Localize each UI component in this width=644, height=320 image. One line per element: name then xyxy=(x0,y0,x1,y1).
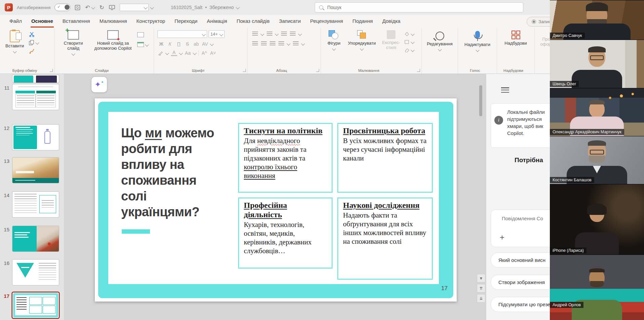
thumbnail-slide-11[interactable] xyxy=(12,84,59,110)
thumbnail-slide-15[interactable] xyxy=(12,226,59,252)
start-slideshow-icon[interactable] xyxy=(109,5,115,10)
text-shadow-button[interactable]: ab xyxy=(193,41,199,47)
shape-fill-icon[interactable] xyxy=(404,32,410,36)
numbering-chevron-icon[interactable] xyxy=(275,32,278,36)
tab-help[interactable]: Довідка xyxy=(378,15,405,28)
paste-button[interactable]: Вставити xyxy=(5,28,24,54)
search-input[interactable] xyxy=(327,4,462,10)
drawing-dialog-launcher-icon[interactable] xyxy=(417,69,420,72)
dictate-button[interactable]: Надиктувати xyxy=(458,28,497,51)
participant-tile[interactable]: Швець Олег xyxy=(550,40,644,88)
slide-box-scientific-research[interactable]: Наукові дослідження Надають факти та обґ… xyxy=(337,197,433,280)
shape-fill-chevron-icon[interactable] xyxy=(411,32,414,36)
columns-chevron-icon[interactable] xyxy=(287,42,290,45)
thumbnail-slide-13[interactable] xyxy=(12,157,59,183)
layout-chevron-icon[interactable] xyxy=(145,43,149,46)
redo-button[interactable]: ↻ xyxy=(99,4,104,11)
tab-insert[interactable]: Вставлення xyxy=(58,15,95,28)
underline-button[interactable]: П xyxy=(176,41,182,47)
shape-outline-chevron-icon[interactable] xyxy=(411,40,414,44)
eraser-icon[interactable] xyxy=(404,48,410,52)
thumbnail-slide-10-partial[interactable] xyxy=(12,75,59,83)
text-direction-icon[interactable] xyxy=(293,41,299,46)
previous-slide-button[interactable]: ⇈ xyxy=(477,284,485,292)
copy-chevron-icon[interactable] xyxy=(35,41,39,44)
align-right-icon[interactable] xyxy=(270,41,275,46)
next-slide-button[interactable]: ⇊ xyxy=(477,294,485,303)
participant-tile[interactable]: Андрей Орлов xyxy=(550,255,644,320)
menu-hamburger-icon[interactable] xyxy=(501,87,509,93)
addins-button[interactable]: Надбудови xyxy=(497,28,534,46)
participant-tile[interactable]: iPhone (Лариса) xyxy=(550,184,644,255)
undo-dropdown-chevron-icon[interactable] xyxy=(91,5,95,9)
reset-slide-icon[interactable] xyxy=(137,32,144,37)
scrollbar-thumb[interactable] xyxy=(479,85,482,116)
italic-button[interactable]: К xyxy=(167,41,173,47)
thumbnail-slide-17-selected[interactable] xyxy=(12,292,59,318)
line-spacing-chevron-icon[interactable] xyxy=(298,32,302,36)
character-spacing-button[interactable]: AV xyxy=(202,41,208,47)
search-box[interactable] xyxy=(315,2,523,12)
thumbnail-slide-12[interactable] xyxy=(12,125,59,150)
highlight-chevron-icon[interactable] xyxy=(165,51,169,55)
shape-outline-icon[interactable] xyxy=(404,40,410,44)
tab-draw[interactable]: Малювання xyxy=(95,15,132,28)
font-color-chevron-icon[interactable] xyxy=(179,51,183,55)
indent-decrease-icon[interactable] xyxy=(281,32,287,36)
tab-file[interactable]: Файл xyxy=(5,15,27,28)
change-case-button[interactable]: Аа xyxy=(185,50,191,56)
tab-slideshow[interactable]: Показ слайдів xyxy=(232,15,274,28)
format-painter-icon[interactable] xyxy=(29,48,35,54)
spacing-chevron-icon[interactable] xyxy=(210,42,214,46)
thumbnail-slide-16[interactable] xyxy=(12,260,59,285)
scroll-down-button[interactable]: ▼ xyxy=(477,274,485,282)
shapes-button[interactable]: Фігури xyxy=(324,28,344,52)
font-dialog-launcher-icon[interactable] xyxy=(243,69,246,72)
save-icon[interactable] xyxy=(75,5,80,10)
tab-home[interactable]: Основне xyxy=(27,15,58,28)
align-left-icon[interactable] xyxy=(252,41,258,46)
change-case-chevron-icon[interactable] xyxy=(193,51,196,55)
slide-layout-icon[interactable] xyxy=(137,42,144,47)
copy-icon[interactable] xyxy=(29,40,34,45)
document-title[interactable]: 16102025_Salt • Збережено xyxy=(171,5,239,10)
align-center-icon[interactable] xyxy=(261,41,267,46)
tab-design[interactable]: Конструктор xyxy=(132,15,170,28)
font-size-combo[interactable]: 14+ xyxy=(209,30,225,38)
slide-box-pressure-politicians[interactable]: Тиснути на політиків Для невдікладного п… xyxy=(238,123,333,193)
tab-animations[interactable]: Анімація xyxy=(202,15,232,28)
slide-box-professional-activity[interactable]: Професійна діяльність Кухарів, технологі… xyxy=(238,197,333,269)
eraser-chevron-icon[interactable] xyxy=(411,48,414,52)
clipboard-dialog-launcher-icon[interactable] xyxy=(50,69,53,72)
participant-tile[interactable]: Дмитро Савчук xyxy=(550,0,644,40)
tab-record[interactable]: Записати xyxy=(274,15,306,28)
tab-review[interactable]: Рецензування xyxy=(305,15,348,28)
quick-access-combo[interactable] xyxy=(120,4,149,11)
cut-icon[interactable] xyxy=(29,32,35,37)
designer-sparkle-button[interactable]: ✦ xyxy=(91,77,107,92)
grow-font-button[interactable]: А^ xyxy=(201,50,207,56)
slide-17[interactable]: Що ми можемо робити для впливу на спожив… xyxy=(95,98,457,302)
autosave-toggle[interactable]: ✓ xyxy=(54,4,71,11)
line-spacing-icon[interactable] xyxy=(290,32,296,36)
tab-transitions[interactable]: Переходи xyxy=(170,15,202,28)
add-attachment-button[interactable]: + xyxy=(500,234,504,241)
shrink-font-button[interactable]: А˅ xyxy=(210,50,216,56)
text-direction-chevron-icon[interactable] xyxy=(301,42,305,45)
participant-tile[interactable]: Костянтин Балашов xyxy=(550,136,644,184)
editing-button[interactable]: Редагування xyxy=(422,28,458,51)
numbering-icon[interactable] xyxy=(267,32,272,36)
participant-tile[interactable]: Олександр Аркадійович Мартинчук xyxy=(550,88,644,136)
font-color-button[interactable]: А xyxy=(171,50,177,56)
arrange-button[interactable]: Упорядкувати xyxy=(346,28,378,52)
quick-styles-button[interactable]: Експрес-стилі xyxy=(379,28,403,52)
tab-view[interactable]: Подання xyxy=(348,15,378,28)
highlight-pen-icon[interactable] xyxy=(158,51,163,55)
copilot-new-slide-button[interactable]: Новий слайд за допомогою Copilot xyxy=(91,28,135,55)
slide-title[interactable]: Що ми можемо робити для впливу на спожив… xyxy=(121,125,237,220)
bullets-chevron-icon[interactable] xyxy=(260,32,264,36)
undo-button[interactable]: ↶ xyxy=(85,4,90,11)
paragraph-dialog-launcher-icon[interactable] xyxy=(316,69,319,72)
bullets-icon[interactable] xyxy=(252,32,258,36)
new-slide-button[interactable]: Створити слайд xyxy=(58,28,89,55)
